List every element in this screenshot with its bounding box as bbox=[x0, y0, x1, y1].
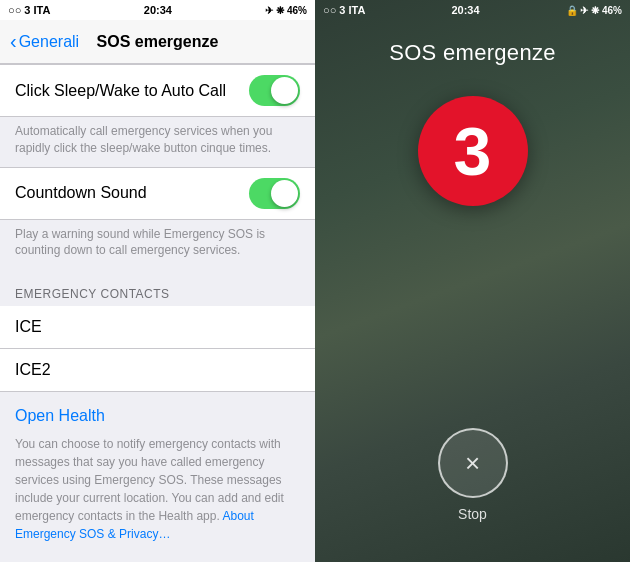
emergency-contacts-header: EMERGENCY CONTACTS bbox=[0, 269, 315, 306]
time-left: 20:34 bbox=[144, 4, 172, 16]
countdown-sound-label: Countdown Sound bbox=[15, 184, 249, 202]
stop-button[interactable]: × bbox=[438, 428, 508, 498]
contact-ice2[interactable]: ICE2 bbox=[0, 349, 315, 392]
open-health-button[interactable]: Open Health bbox=[0, 392, 120, 430]
settings-content: Click Sleep/Wake to Auto Call Automatica… bbox=[0, 64, 315, 562]
carrier-left: ○○ 3 ITA bbox=[8, 4, 50, 16]
time-right: 20:34 bbox=[451, 4, 479, 16]
nav-title: SOS emergenze bbox=[97, 33, 219, 51]
back-button[interactable]: ‹ Generali bbox=[10, 30, 79, 53]
countdown-sound-group: Countdown Sound Play a warning sound whi… bbox=[0, 167, 315, 270]
auto-call-toggle[interactable] bbox=[249, 75, 300, 106]
status-bar-right: ○○ 3 ITA 20:34 🔒 ✈ ❋ 46% bbox=[315, 0, 630, 20]
icons-left: ✈ ❋ 46% bbox=[265, 5, 307, 16]
right-panel: ○○ 3 ITA 20:34 🔒 ✈ ❋ 46% SOS emergenze 3… bbox=[315, 0, 630, 562]
nav-bar: ‹ Generali SOS emergenze bbox=[0, 20, 315, 64]
auto-call-cell: Click Sleep/Wake to Auto Call bbox=[0, 64, 315, 117]
auto-call-label: Click Sleep/Wake to Auto Call bbox=[15, 82, 249, 100]
countdown-sound-description: Play a warning sound while Emergency SOS… bbox=[0, 220, 315, 270]
sos-title: SOS emergenze bbox=[315, 40, 630, 66]
stop-button-container: × Stop bbox=[315, 428, 630, 522]
contact-ice[interactable]: ICE bbox=[0, 306, 315, 349]
back-label: Generali bbox=[19, 33, 79, 51]
stop-label: Stop bbox=[458, 506, 487, 522]
countdown-sound-cell: Countdown Sound bbox=[0, 167, 315, 220]
chevron-left-icon: ‹ bbox=[10, 30, 17, 53]
auto-call-group: Click Sleep/Wake to Auto Call Automatica… bbox=[0, 64, 315, 167]
countdown-sound-toggle[interactable] bbox=[249, 178, 300, 209]
icons-right: 🔒 ✈ ❋ 46% bbox=[566, 5, 622, 16]
countdown-number: 3 bbox=[454, 117, 492, 185]
left-panel: ○○ 3 ITA 20:34 ✈ ❋ 46% ‹ Generali SOS em… bbox=[0, 0, 315, 562]
auto-call-description: Automatically call emergency services wh… bbox=[0, 117, 315, 167]
health-description: You can choose to notify emergency conta… bbox=[0, 430, 315, 553]
stop-x-icon: × bbox=[465, 450, 480, 476]
countdown-circle: 3 bbox=[418, 96, 528, 206]
status-bar-left: ○○ 3 ITA 20:34 ✈ ❋ 46% bbox=[0, 0, 315, 20]
carrier-right: ○○ 3 ITA bbox=[323, 4, 365, 16]
